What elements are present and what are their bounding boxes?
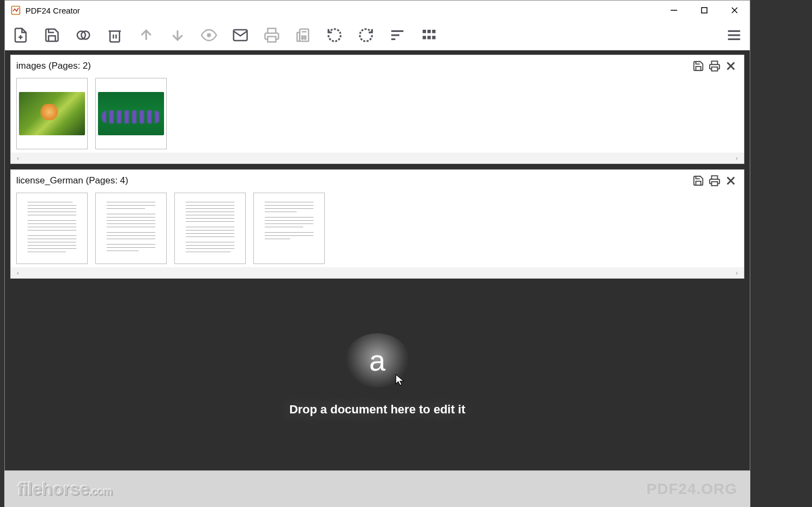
scroll-left-icon[interactable]: ‹: [14, 269, 22, 276]
add-file-button[interactable]: [11, 26, 30, 44]
grid-view-button[interactable]: [420, 26, 438, 44]
scroll-right-icon[interactable]: ›: [733, 154, 741, 162]
thumbnail-strip: [11, 190, 744, 267]
drop-zone[interactable]: a Drop a document here to edit it: [10, 284, 744, 466]
document-close-button[interactable]: [723, 58, 738, 74]
document-header: license_German (Pages: 4): [11, 170, 744, 190]
svg-rect-17: [297, 32, 300, 41]
document-print-button[interactable]: [707, 173, 722, 188]
document-pages-label: (Pages: 2): [49, 61, 91, 71]
rotate-left-button[interactable]: [325, 26, 344, 44]
footer-watermark: filehorse.com PDF24.ORG: [4, 471, 750, 507]
svg-rect-29: [423, 36, 426, 39]
svg-rect-15: [268, 36, 276, 42]
svg-rect-38: [712, 182, 718, 186]
app-logo-icon: [10, 5, 21, 16]
text-page-icon: [178, 196, 242, 260]
main-toolbar: [5, 20, 750, 50]
document-title: images (Pages: 2): [16, 61, 91, 71]
delete-button[interactable]: [106, 26, 124, 44]
image-flower-icon: [19, 92, 85, 135]
document-name: license_German: [16, 175, 83, 186]
page-thumbnail[interactable]: [253, 193, 325, 264]
minimize-button[interactable]: [659, 1, 689, 20]
document-print-button[interactable]: [707, 58, 722, 74]
footer-right-brand: PDF24.ORG: [646, 480, 737, 498]
app-window: PDF24 Creator images (Pages: 2): [4, 0, 750, 471]
text-page-icon: [99, 196, 163, 260]
footer-brand-name: filehorse: [17, 478, 89, 499]
thumbnail-strip: [11, 76, 744, 153]
svg-rect-30: [428, 36, 431, 39]
sort-button[interactable]: [388, 26, 407, 44]
move-down-button[interactable]: [168, 26, 187, 44]
scroll-right-icon[interactable]: ›: [733, 269, 741, 276]
svg-rect-35: [712, 67, 718, 71]
document-pages-label: (Pages: 4): [86, 175, 128, 186]
svg-rect-31: [432, 36, 435, 39]
document-save-button[interactable]: [691, 173, 706, 188]
page-thumbnail[interactable]: [95, 193, 167, 264]
hamburger-menu-button[interactable]: [725, 26, 743, 44]
footer-left-brand: filehorse.com: [17, 478, 112, 499]
fax-button[interactable]: [294, 26, 312, 44]
footer-brand-ext: .com: [89, 485, 113, 497]
svg-point-21: [305, 38, 306, 39]
page-thumbnail[interactable]: [16, 193, 88, 264]
svg-point-20: [302, 38, 304, 39]
rotate-right-button[interactable]: [357, 26, 375, 44]
print-button[interactable]: [263, 26, 281, 44]
document-header: images (Pages: 2): [11, 55, 744, 76]
close-button[interactable]: [719, 1, 750, 20]
maximize-button[interactable]: [689, 1, 719, 20]
svg-rect-26: [423, 30, 426, 33]
drop-zone-hint: Drop a document here to edit it: [289, 403, 465, 417]
document-save-button[interactable]: [691, 58, 706, 74]
workspace: images (Pages: 2) ‹ › license_Germ: [5, 50, 750, 470]
svg-rect-28: [432, 30, 435, 33]
text-page-icon: [20, 196, 84, 260]
horizontal-scrollbar[interactable]: ‹ ›: [11, 267, 744, 278]
svg-point-18: [302, 36, 304, 37]
page-thumbnail[interactable]: [95, 78, 167, 149]
text-page-icon: [257, 196, 321, 260]
document-title: license_German (Pages: 4): [16, 175, 128, 186]
scroll-left-icon[interactable]: ‹: [14, 154, 22, 162]
svg-rect-2: [702, 8, 707, 13]
page-thumbnail[interactable]: [174, 193, 246, 264]
titlebar[interactable]: PDF24 Creator: [5, 1, 750, 20]
svg-rect-27: [428, 30, 431, 33]
document-close-button[interactable]: [723, 173, 738, 188]
document-name: images: [16, 61, 46, 71]
page-thumbnail[interactable]: [16, 78, 88, 149]
save-button[interactable]: [43, 26, 61, 44]
drop-zone-glow-icon: a: [345, 333, 410, 387]
cursor-icon: [395, 373, 407, 386]
image-purple-flowers-icon: [98, 92, 164, 135]
horizontal-scrollbar[interactable]: ‹ ›: [11, 153, 744, 163]
email-button[interactable]: [231, 26, 250, 44]
merge-button[interactable]: [74, 26, 93, 44]
document-panel[interactable]: images (Pages: 2) ‹ ›: [10, 55, 744, 164]
app-title: PDF24 Creator: [25, 6, 80, 15]
svg-point-13: [207, 33, 211, 37]
move-up-button[interactable]: [137, 26, 155, 44]
drop-zone-glyph-icon: a: [369, 344, 385, 377]
svg-point-19: [305, 36, 306, 37]
preview-button[interactable]: [200, 26, 218, 44]
document-panel[interactable]: license_German (Pages: 4): [10, 169, 744, 279]
